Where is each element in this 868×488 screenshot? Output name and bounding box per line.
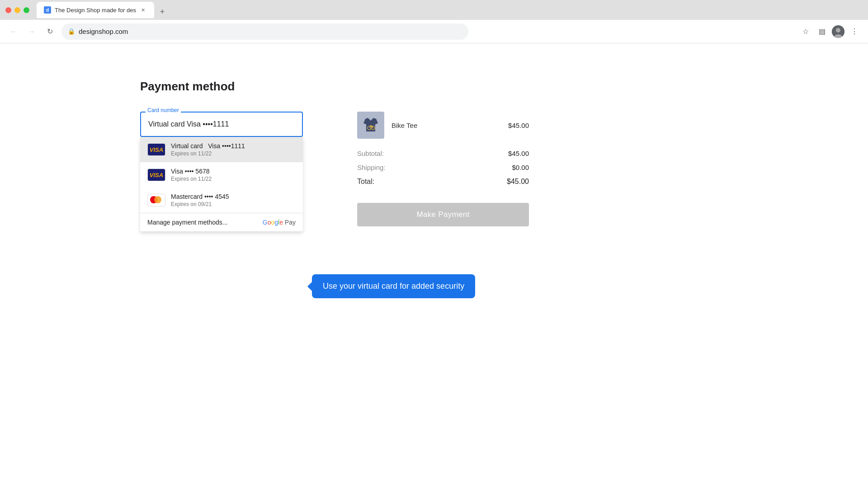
card-expiry-1: Expires on 11/22 bbox=[171, 150, 245, 157]
card-number-input[interactable]: Virtual card Visa ••••1111 bbox=[140, 112, 303, 137]
card-input-wrapper: Card number Virtual card Visa ••••1111 bbox=[140, 112, 303, 137]
gpay-e: e bbox=[279, 219, 283, 226]
subtotal-value: $45.00 bbox=[508, 150, 529, 157]
card-input-value: Virtual card Visa ••••1111 bbox=[148, 120, 229, 128]
order-summary: Bike Tee $45.00 Subtotal: $45.00 Shippin… bbox=[357, 112, 529, 226]
product-price: $45.00 bbox=[508, 122, 529, 129]
shipping-label: Shipping: bbox=[357, 164, 386, 171]
visa-logo-1: VISA bbox=[147, 143, 165, 156]
make-payment-button[interactable]: Make Payment bbox=[357, 203, 529, 226]
product-image bbox=[357, 112, 384, 139]
traffic-lights bbox=[5, 7, 29, 13]
tab-title: The Design Shop made for des bbox=[55, 7, 136, 14]
virtual-card-tooltip: Use your virtual card for added security bbox=[312, 274, 475, 298]
gpay-o1: o bbox=[268, 219, 271, 226]
subtotal-label: Subtotal: bbox=[357, 150, 384, 157]
card-expiry-2: Expires on 11/22 bbox=[171, 176, 212, 182]
toolbar-icons: ☆ ▤ ⋮ bbox=[799, 25, 861, 38]
shipping-row: Shipping: $0.00 bbox=[357, 164, 529, 171]
gpay-o2: o bbox=[271, 219, 274, 226]
total-value: $45.00 bbox=[507, 178, 529, 186]
payment-left: Card number Virtual card Visa ••••1111 V… bbox=[140, 112, 303, 226]
dropdown-item-virtual-card[interactable]: VISA Virtual card Visa ••••1111 Expires … bbox=[140, 137, 303, 162]
mastercard-logo bbox=[147, 194, 165, 206]
tab-bar: d The Design Shop made for des ✕ + bbox=[37, 2, 169, 18]
shipping-value: $0.00 bbox=[512, 164, 529, 171]
order-item: Bike Tee $45.00 bbox=[357, 112, 529, 139]
card-info-1: Virtual card Visa ••••1111 Expires on 11… bbox=[171, 142, 245, 157]
forward-button[interactable]: → bbox=[25, 25, 38, 38]
dropdown-item-visa-5678[interactable]: VISA Visa •••• 5678 Expires on 11/22 bbox=[140, 162, 303, 188]
tshirt-icon bbox=[360, 114, 382, 136]
address-text: designshop.com bbox=[79, 28, 462, 35]
address-bar[interactable]: 🔒 designshop.com bbox=[61, 23, 468, 40]
gpay-g2: g bbox=[274, 219, 278, 226]
card-name-3: Mastercard •••• 4545 bbox=[171, 193, 229, 200]
browser-chrome: d The Design Shop made for des ✕ + ← → ↻… bbox=[0, 0, 868, 43]
profile-avatar[interactable] bbox=[832, 25, 844, 38]
refresh-button[interactable]: ↻ bbox=[43, 25, 56, 38]
total-label: Total: bbox=[357, 178, 374, 186]
close-window-button[interactable] bbox=[5, 7, 11, 13]
main-content: Card number Virtual card Visa ••••1111 V… bbox=[140, 112, 529, 226]
page-title: Payment method bbox=[140, 80, 235, 94]
payment-dropdown: VISA Virtual card Visa ••••1111 Expires … bbox=[140, 137, 303, 231]
page-content: Payment method Card number Virtual card … bbox=[0, 43, 868, 488]
subtotal-row: Subtotal: $45.00 bbox=[357, 150, 529, 157]
title-bar: d The Design Shop made for des ✕ + bbox=[0, 0, 868, 20]
menu-icon[interactable]: ⋮ bbox=[848, 25, 861, 38]
new-tab-button[interactable]: + bbox=[156, 5, 169, 18]
manage-payment-text: Manage payment methods... bbox=[147, 219, 227, 226]
lock-icon: 🔒 bbox=[68, 28, 75, 35]
back-button[interactable]: ← bbox=[7, 25, 20, 38]
visa-logo-2: VISA bbox=[147, 169, 165, 181]
tab-close-button[interactable]: ✕ bbox=[140, 6, 147, 14]
active-tab[interactable]: d The Design Shop made for des ✕ bbox=[37, 2, 154, 18]
card-name-2: Visa •••• 5678 bbox=[171, 168, 212, 175]
tooltip-text: Use your virtual card for added security bbox=[323, 282, 464, 291]
minimize-window-button[interactable] bbox=[14, 7, 20, 13]
card-info-3: Mastercard •••• 4545 Expires on 09/21 bbox=[171, 193, 229, 207]
gpay-g: G bbox=[263, 219, 268, 226]
card-name-1: Virtual card Visa ••••1111 bbox=[171, 142, 245, 150]
svg-point-1 bbox=[836, 28, 840, 33]
card-info-2: Visa •••• 5678 Expires on 11/22 bbox=[171, 168, 212, 182]
bookmark-icon[interactable]: ☆ bbox=[799, 25, 812, 38]
reading-list-icon[interactable]: ▤ bbox=[816, 25, 828, 38]
mc-circle-right bbox=[154, 196, 161, 203]
card-number-label: Card number bbox=[146, 107, 181, 113]
address-bar-row: ← → ↻ 🔒 designshop.com ☆ ▤ ⋮ bbox=[0, 20, 868, 43]
dropdown-item-mastercard[interactable]: Mastercard •••• 4545 Expires on 09/21 bbox=[140, 188, 303, 213]
card-expiry-3: Expires on 09/21 bbox=[171, 201, 229, 207]
dropdown-footer[interactable]: Manage payment methods... Google Pay bbox=[140, 213, 303, 231]
product-name: Bike Tee bbox=[392, 122, 417, 129]
gpay-pay: Pay bbox=[283, 219, 296, 226]
tab-favicon: d bbox=[44, 6, 51, 14]
gpay-logo: Google Pay bbox=[263, 219, 296, 226]
maximize-window-button[interactable] bbox=[24, 7, 29, 13]
total-row: Total: $45.00 bbox=[357, 178, 529, 186]
